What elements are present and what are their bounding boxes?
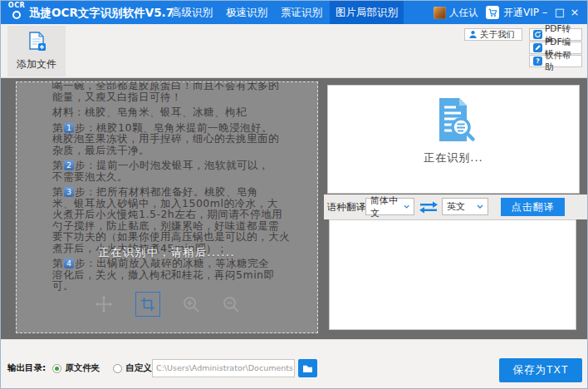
tab-ticket-ocr[interactable]: 票证识别 <box>275 1 328 24</box>
person-icon <box>468 30 478 39</box>
document-line: 材料：桃胶、皂角米、银耳、冰糖、枸杞 <box>52 106 301 118</box>
radio-original-folder-label: 原文件夹 <box>65 362 100 374</box>
main-area: 喝一碗，全部都是胶原蛋白！而且不会有太多的能量，又瘦又白指日可待！材料：桃胶、皂… <box>1 78 588 339</box>
vip-label: 开通VIP <box>503 6 539 20</box>
zoom-in-icon[interactable] <box>182 295 200 313</box>
output-dir-label: 输出目录: <box>7 362 46 374</box>
document-search-icon <box>429 96 478 144</box>
avatar <box>434 7 446 19</box>
document-line: 火煮开后小火慢炖1.5-2h左右，期间请不停地用 <box>52 209 301 220</box>
document-paragraph: 喝一碗，全部都是胶原蛋白！而且不会有太多的能量，又瘦又白指日可待！ <box>52 81 301 102</box>
document-paragraph: 材料：桃胶、皂角米、银耳、冰糖、枸杞 <box>52 106 301 118</box>
document-line: 第1步：桃胶10颗、皂角米提前一晚浸泡好。 <box>52 122 301 134</box>
source-language-select[interactable]: 简体中文 <box>365 198 414 215</box>
swap-languages-icon[interactable] <box>419 201 439 214</box>
save-as-txt-button[interactable]: 保存为TXT <box>499 358 582 382</box>
software-help-label: 软件帮助 <box>545 50 578 73</box>
document-line: 第2步：提前一小时泡发银耳，泡软就可以， <box>52 160 301 171</box>
nav-tabs: 高级识别 极速识别 票证识别 图片局部识别 <box>165 1 405 24</box>
logo-text: OCR <box>6 2 27 9</box>
window-controls: – □ × <box>537 1 582 24</box>
step-number-badge: 1 <box>64 123 74 133</box>
recognition-status-text: 正在识别... <box>328 150 579 165</box>
output-bar: 输出目录: 原文件夹 自定义 C:\Users\Administrator\Do… <box>1 339 588 389</box>
translation-label: 语种翻译: <box>327 194 369 219</box>
target-language-value: 英文 <box>447 200 465 213</box>
add-file-button[interactable]: 添加文件 <box>7 26 66 76</box>
step-number-badge: 3 <box>64 187 74 197</box>
document-line: 要下功夫的（如果你使用高压锅也是可以的，大火 <box>52 231 301 243</box>
radio-original-folder[interactable] <box>52 364 61 373</box>
document-line: 杂质，最后洗干净。 <box>52 145 301 156</box>
translate-button[interactable]: 点击翻译 <box>501 198 565 216</box>
app-logo-icon: OCR <box>6 2 27 19</box>
zoom-out-icon[interactable] <box>222 295 240 313</box>
software-help-button[interactable]: ? 软件帮助 <box>529 55 582 67</box>
output-path-input[interactable]: C:\Users\Administrator\Documents <box>152 359 295 377</box>
source-language-value: 简体中文 <box>370 194 404 219</box>
toolbar: 添加文件 关于我们 PDF转换 PDF编辑 ? 软件帮助 <box>1 24 588 78</box>
crop-icon <box>140 297 155 312</box>
tab-advanced-ocr[interactable]: 高级识别 <box>165 1 218 24</box>
radio-custom-folder-label: 自定义 <box>125 362 152 374</box>
add-file-label: 添加文件 <box>7 57 66 71</box>
chevron-down-icon <box>477 204 483 209</box>
step-number-badge: 2 <box>64 160 74 170</box>
document-line: 溶化后，关火，撒入枸杞和桂花，再闷5min即 <box>52 269 301 281</box>
radio-custom-folder[interactable] <box>113 364 122 373</box>
convert-arrows-icon <box>533 30 542 39</box>
document-line: 勺子搅拌，防止黏底，别嫌累哈，好味道都是需 <box>52 220 301 232</box>
user-account[interactable]: 人任认 <box>434 1 478 24</box>
document-text: 喝一碗，全部都是胶原蛋白！而且不会有太多的能量，又瘦又白指日可待！材料：桃胶、皂… <box>52 81 301 296</box>
document-line: 桃胶泡至果冻状，用手捏碎，细心的去挑里面的 <box>52 133 301 145</box>
target-language-select[interactable]: 英文 <box>442 198 488 215</box>
document-paragraph: 第1步：桃胶10颗、皂角米提前一晚浸泡好。桃胶泡至果冻状，用手捏碎，细心的去挑里… <box>52 122 301 156</box>
preview-tools <box>17 292 317 317</box>
translation-result-box <box>329 219 576 330</box>
output-options: 输出目录: 原文件夹 自定义 <box>7 358 152 378</box>
app-window: OCR 迅捷OCR文字识别软件V5.7 高级识别 极速识别 票证识别 图片局部识… <box>0 0 588 389</box>
document-line: 第3步：把所有材料都准备好。桃胶、皂角 <box>52 186 301 198</box>
image-preview-panel[interactable]: 喝一碗，全部都是胶原蛋白！而且不会有太多的能量，又瘦又白指日可待！材料：桃胶、皂… <box>16 81 318 333</box>
maximize-button[interactable]: □ <box>552 1 567 24</box>
document-line: 米、银耳放入砂锅中，加入1500ml的冷水，大 <box>52 198 301 209</box>
minimize-button[interactable]: – <box>537 1 552 24</box>
move-icon[interactable] <box>94 294 114 314</box>
recognizing-overlay-text: 正在识别中，请稍后...... <box>17 245 317 260</box>
question-mark-icon: ? <box>533 57 542 66</box>
add-file-icon <box>26 31 47 52</box>
app-title: 迅捷OCR文字识别软件V5.7 <box>29 1 174 24</box>
document-paragraph: 第3步：把所有材料都准备好。桃胶、皂角米、银耳放入砂锅中，加入1500ml的冷水… <box>52 186 301 254</box>
close-button[interactable]: × <box>567 1 582 24</box>
about-us-label: 关于我们 <box>480 29 515 41</box>
cart-icon <box>486 6 499 19</box>
user-name: 人任认 <box>449 7 478 19</box>
browse-folder-button[interactable] <box>298 359 317 377</box>
tab-partial-image-ocr[interactable]: 图片局部识别 <box>330 1 404 24</box>
crop-tool-active[interactable] <box>135 292 160 317</box>
logo-ring-icon <box>12 11 21 19</box>
recognition-status-panel: 正在识别... <box>327 85 580 194</box>
tab-fast-ocr[interactable]: 极速识别 <box>220 1 273 24</box>
document-line: 能量，又瘦又白指日可待！ <box>52 91 301 103</box>
translation-bar: 语种翻译: 简体中文 英文 点击翻译 <box>324 194 588 219</box>
document-line: 可。 <box>52 280 301 292</box>
about-us-button[interactable]: 关于我们 <box>464 28 522 41</box>
document-line: 不需要泡太久。 <box>52 171 301 183</box>
vip-button[interactable]: 开通VIP <box>486 1 539 24</box>
chevron-down-icon <box>404 204 409 209</box>
folder-icon <box>302 364 313 373</box>
document-paragraph: 第2步：提前一小时泡发银耳，泡软就可以，不需要泡太久。 <box>52 160 301 182</box>
document-paragraph: 第4步：出锅前放入敲碎的冰糖，等冰糖完全溶化后，关火，撒入枸杞和桂花，再闷5mi… <box>52 258 301 292</box>
pencil-icon <box>533 43 542 52</box>
titlebar: OCR 迅捷OCR文字识别软件V5.7 高级识别 极速识别 票证识别 图片局部识… <box>1 1 588 24</box>
svg-text:?: ? <box>536 57 540 65</box>
